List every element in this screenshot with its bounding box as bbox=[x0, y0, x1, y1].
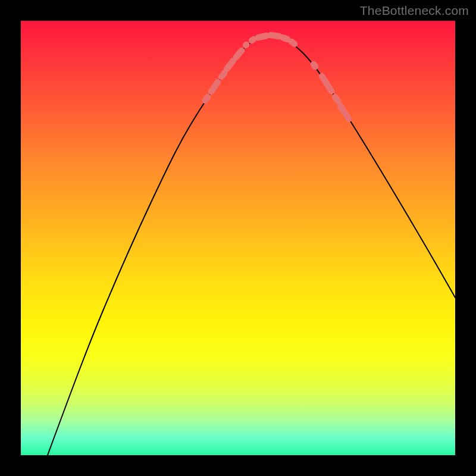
highlight-dash-seg bbox=[246, 45, 246, 45]
v-curve-line bbox=[48, 36, 455, 455]
plot-area bbox=[21, 21, 455, 455]
highlight-dash-seg bbox=[283, 37, 287, 39]
highlight-dash-seg bbox=[252, 39, 253, 40]
highlight-dash-seg bbox=[335, 97, 338, 101]
highlight-dash-seg bbox=[258, 36, 267, 37]
highlight-dash-seg bbox=[221, 73, 224, 77]
highlight-dash-group bbox=[205, 35, 349, 119]
highlight-dash-seg bbox=[227, 61, 233, 69]
highlight-dash-seg bbox=[211, 82, 218, 92]
watermark-text: TheBottleneck.com bbox=[360, 4, 469, 18]
chart-frame: TheBottleneck.com bbox=[0, 0, 476, 476]
highlight-dash-seg bbox=[236, 51, 242, 57]
highlight-dash-seg bbox=[271, 35, 279, 36]
highlight-dash-seg bbox=[322, 76, 331, 91]
highlight-dash-seg bbox=[340, 106, 349, 119]
highlight-dash-seg bbox=[205, 97, 208, 101]
highlight-dash-seg bbox=[314, 64, 315, 67]
highlight-dash-seg bbox=[292, 42, 295, 44]
curve-svg bbox=[21, 21, 455, 455]
